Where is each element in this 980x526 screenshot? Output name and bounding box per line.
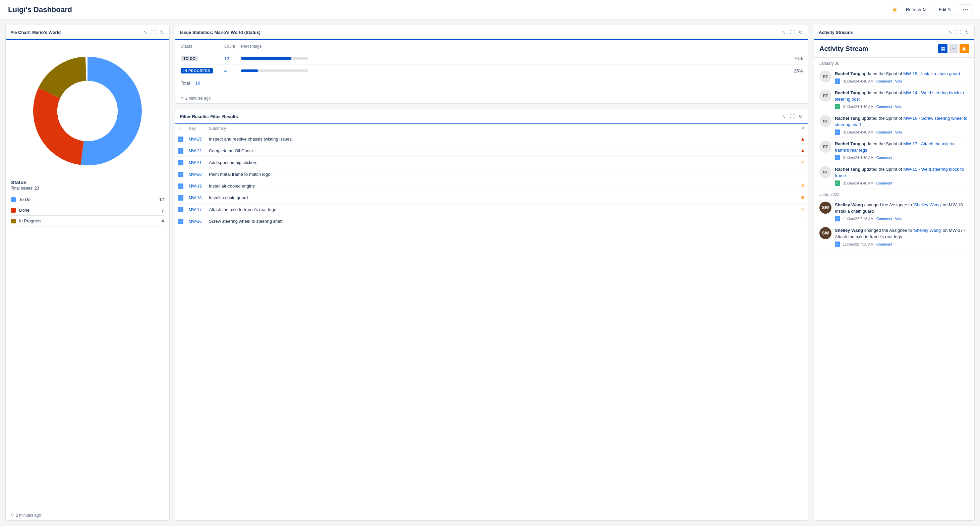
filter-panel: Filter Results: Filter Results ⤡ ⛶ ↻ T K… bbox=[175, 109, 808, 521]
more-options-button[interactable]: ••• bbox=[959, 4, 972, 15]
filter-type-cell: ✓ bbox=[175, 180, 186, 192]
activity-issue-link[interactable]: MW-18 - Install a chain guard bbox=[903, 71, 960, 76]
activity-task-icon: ✓ bbox=[835, 129, 840, 135]
filter-type-cell: ✓ bbox=[175, 204, 186, 215]
filter-key-cell: MW-16 bbox=[186, 215, 206, 227]
filter-expand-button[interactable]: ⛶ bbox=[789, 113, 795, 120]
activity-time: 31/Jan/24 4:40 AM bbox=[843, 79, 874, 83]
status-badge: IN PROGRESS bbox=[181, 68, 213, 73]
activity-text: Rachel Tang updated the Sprint of MW-15 … bbox=[835, 166, 969, 179]
activity-refresh-button[interactable]: ↻ bbox=[964, 29, 970, 35]
filter-key-cell: MW-17 bbox=[186, 204, 206, 215]
filter-table: T Key Summary P ✓ MW-25 Inspect and reso… bbox=[175, 124, 808, 227]
stats-count-link[interactable]: 12 bbox=[224, 56, 229, 61]
legend-label: In Progress bbox=[19, 218, 162, 223]
activity-date-header: January 30 bbox=[819, 58, 969, 68]
stats-footer-text: 2 minutes ago bbox=[185, 96, 210, 100]
issue-key-link[interactable]: MW-20 bbox=[189, 172, 202, 177]
issue-summary: Install air-cooled engine bbox=[209, 183, 255, 188]
activity-action-comment[interactable]: Comment bbox=[877, 217, 892, 221]
stats-refresh-button[interactable]: ↻ bbox=[798, 29, 803, 35]
activity-meta: ✓ 31/Jan/24 4:40 AM Comment bbox=[835, 155, 969, 160]
filter-panel-icons: ⤡ ⛶ ↻ bbox=[781, 113, 803, 120]
activity-list-view-button[interactable]: ☰ bbox=[949, 44, 958, 53]
activity-task-icon: ✓ bbox=[835, 180, 840, 186]
edit-label: Edit ✎ bbox=[939, 7, 951, 12]
filter-col-p: P bbox=[797, 124, 808, 133]
refresh-icon-footer: ↻ bbox=[10, 513, 14, 518]
activity-task-icon: ✓ bbox=[835, 78, 840, 84]
refresh-icon-stats: ↻ bbox=[180, 96, 183, 100]
task-type-icon: ✓ bbox=[178, 137, 183, 142]
filter-refresh-button[interactable]: ↻ bbox=[798, 113, 803, 120]
refresh-button[interactable]: Refresh ↻ bbox=[901, 5, 931, 14]
activity-username: Shelley Wang bbox=[835, 228, 863, 233]
stats-total-count[interactable]: 16 bbox=[195, 81, 200, 86]
stats-bar-cell bbox=[241, 65, 786, 77]
filter-key-cell: MW-21 bbox=[186, 157, 206, 168]
issue-key-link[interactable]: MW-19 bbox=[189, 184, 202, 188]
activity-time: 31/Jan/24 4:40 AM bbox=[843, 156, 874, 160]
activity-action-comment[interactable]: Comment bbox=[877, 181, 892, 185]
activity-minimize-button[interactable]: ⤡ bbox=[948, 29, 953, 35]
activity-item: RT Rachel Tang updated the Sprint of MW-… bbox=[819, 163, 969, 189]
activity-username: Rachel Tang bbox=[835, 116, 860, 121]
filter-row: ✓ MW-16 Screw steering wheel to steering… bbox=[175, 215, 808, 227]
activity-action-comment[interactable]: Comment bbox=[877, 79, 892, 83]
legend-item: Done 7 bbox=[11, 205, 164, 216]
activity-item: SW Shelley Wang changed the Assignee to … bbox=[819, 199, 969, 225]
activity-action-comment[interactable]: Comment bbox=[877, 242, 892, 246]
stats-expand-button[interactable]: ⛶ bbox=[789, 29, 795, 35]
issue-key-link[interactable]: MW-16 bbox=[189, 219, 202, 224]
issue-key-link[interactable]: MW-18 bbox=[189, 196, 202, 200]
issue-key-link[interactable]: MW-25 bbox=[189, 137, 202, 142]
stats-minimize-button[interactable]: ⤡ bbox=[781, 29, 786, 35]
activity-action-comment[interactable]: Comment bbox=[877, 105, 892, 109]
progress-bar-bg bbox=[241, 57, 308, 60]
filter-priority-cell: ▲ bbox=[797, 145, 808, 157]
progress-bar-bg bbox=[241, 69, 308, 72]
stats-count-link[interactable]: 4 bbox=[224, 69, 227, 73]
priority-medium-icon: ≡ bbox=[801, 171, 804, 177]
activity-action-vote[interactable]: Vote bbox=[895, 217, 902, 221]
legend-item: In Progress 4 bbox=[11, 216, 164, 226]
filter-priority-cell: ≡ bbox=[797, 168, 808, 180]
page-title: Luigi's Dashboard bbox=[8, 5, 72, 14]
filter-type-cell: ✓ bbox=[175, 133, 186, 145]
legend-color bbox=[11, 197, 16, 202]
pie-minimize-button[interactable]: ⤡ bbox=[143, 29, 148, 35]
activity-grid-view-button[interactable]: ▦ bbox=[938, 44, 948, 53]
activity-task-icon: ✓ bbox=[835, 155, 840, 160]
activity-action-vote[interactable]: Vote bbox=[895, 105, 902, 109]
activity-action-vote[interactable]: Vote bbox=[895, 130, 902, 134]
filter-minimize-button[interactable]: ⤡ bbox=[781, 113, 786, 120]
priority-medium-icon: ≡ bbox=[801, 218, 804, 224]
edit-button[interactable]: Edit ✎ bbox=[934, 5, 956, 14]
activity-issue-link[interactable]: 'Shelley Wang' bbox=[913, 228, 942, 233]
filter-type-cell: ✓ bbox=[175, 157, 186, 168]
activity-action-comment[interactable]: Comment bbox=[877, 156, 892, 160]
center-column: Issue Statistics: Mario's World (Status)… bbox=[175, 25, 808, 521]
activity-expand-button[interactable]: ⛶ bbox=[956, 29, 962, 35]
legend-count: 4 bbox=[162, 218, 164, 223]
legend-items: To Do 12 Done 7 In Progress 4 bbox=[11, 194, 164, 226]
star-icon[interactable]: ★ bbox=[891, 5, 898, 14]
activity-item: SW Shelley Wang changed the Assignee to … bbox=[819, 225, 969, 250]
filter-type-cell: ✓ bbox=[175, 168, 186, 180]
activity-rss-button[interactable]: ◉ bbox=[959, 44, 969, 53]
activity-panel-icons: ⤡ ⛶ ↻ bbox=[948, 29, 970, 35]
activity-task-icon: ✓ bbox=[835, 216, 840, 222]
pie-expand-button[interactable]: ⛶ bbox=[151, 29, 157, 35]
issue-key-link[interactable]: MW-17 bbox=[189, 207, 202, 212]
donut-center bbox=[57, 81, 118, 141]
activity-issue-link[interactable]: 'Shelley Wang' bbox=[913, 202, 942, 207]
refresh-label: Refresh ↻ bbox=[906, 7, 926, 12]
activity-text: Shelley Wang changed the Assignee to 'Sh… bbox=[835, 227, 969, 240]
issue-key-link[interactable]: MW-21 bbox=[189, 160, 202, 165]
pie-refresh-button[interactable]: ↻ bbox=[159, 29, 165, 35]
pie-chart-panel-icons: ⤡ ⛶ ↻ bbox=[143, 29, 165, 35]
activity-action-vote[interactable]: Vote bbox=[895, 79, 902, 83]
stats-count-cell: 4 bbox=[224, 65, 241, 77]
issue-key-link[interactable]: MW-22 bbox=[189, 148, 202, 153]
activity-action-comment[interactable]: Comment bbox=[877, 130, 892, 134]
